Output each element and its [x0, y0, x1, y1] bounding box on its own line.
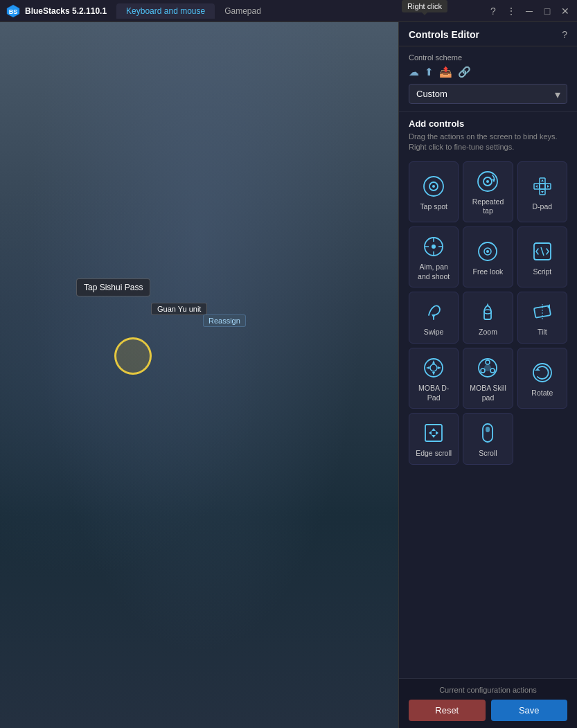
control-zoom[interactable]: Zoom — [463, 292, 513, 344]
svg-marker-15 — [541, 191, 544, 193]
game-background — [0, 22, 398, 728]
edge-scroll-icon — [421, 420, 446, 445]
control-edge-scroll[interactable]: Edge scroll — [409, 413, 459, 465]
panel-title: Controls Editor — [409, 29, 479, 40]
control-moba-skill-pad[interactable]: MOBA Skill pad — [463, 348, 513, 409]
svg-point-4 — [432, 185, 435, 188]
controls-grid: Tap spot Repeated tap — [409, 161, 567, 465]
script-icon — [530, 239, 555, 264]
svg-marker-29 — [432, 314, 436, 318]
scroll-icon — [475, 420, 500, 445]
app-name: BlueStacks 5.2.110.1 — [25, 6, 107, 16]
control-tap-spot[interactable]: Tap spot — [409, 161, 459, 222]
d-pad-icon — [530, 174, 555, 199]
config-actions-text: Current configuration actions — [409, 686, 567, 694]
aim-pan-shoot-label: Aim, pan and shoot — [414, 263, 454, 281]
reset-button[interactable]: Reset — [409, 700, 486, 721]
svg-marker-52 — [436, 431, 438, 435]
bluestacks-logo: BS — [6, 3, 21, 19]
game-area: Tap Sishui Pass Guan Yu unit Reassign — [0, 22, 398, 728]
minimize-button[interactable]: ─ — [523, 5, 535, 17]
moba-skill-pad-icon — [475, 355, 500, 380]
control-free-look[interactable]: Free look — [463, 227, 513, 287]
moba-dpad-icon — [421, 355, 446, 380]
svg-point-44 — [481, 369, 485, 373]
scheme-dropdown[interactable]: Custom — [409, 84, 567, 104]
svg-point-30 — [484, 310, 491, 314]
control-d-pad[interactable]: D-pad — [517, 161, 567, 222]
svg-point-35 — [430, 364, 437, 371]
svg-point-7 — [486, 180, 489, 183]
svg-marker-38 — [426, 366, 429, 369]
unit-label: Guan Yu unit — [151, 303, 207, 315]
zoom-label: Zoom — [479, 328, 497, 337]
swipe-label: Swipe — [424, 328, 444, 337]
scheme-icon-upload[interactable]: ⬆ — [425, 66, 434, 78]
tab-keyboard-mouse[interactable]: Keyboard and mouse — [116, 3, 215, 19]
tap-spot-icon — [421, 174, 446, 199]
save-button[interactable]: Save — [491, 700, 568, 721]
edge-scroll-label: Edge scroll — [416, 449, 452, 459]
control-swipe[interactable]: Swipe — [409, 292, 459, 344]
svg-marker-39 — [438, 366, 441, 369]
scheme-icon-export[interactable]: 📤 — [439, 66, 452, 78]
svg-marker-17 — [547, 185, 549, 188]
control-moba-dpad[interactable]: MOBA D-Pad — [409, 348, 459, 409]
main-layout: Tap Sishui Pass Guan Yu unit Reassign Co… — [0, 22, 577, 728]
help-button[interactable]: ? — [487, 5, 499, 17]
svg-marker-51 — [429, 431, 432, 435]
help-panel-icon[interactable]: ? — [562, 29, 567, 40]
zoom-icon — [475, 299, 500, 324]
rotate-label: Rotate — [531, 389, 553, 398]
panel-header: Controls Editor ? — [399, 22, 577, 46]
add-controls-desc: Drag the actions on the screen to bind k… — [409, 132, 567, 153]
svg-marker-33 — [547, 304, 550, 310]
svg-line-28 — [541, 247, 544, 256]
script-label: Script — [533, 267, 551, 277]
moba-dpad-label: MOBA D-Pad — [414, 384, 454, 402]
free-look-label: Free look — [473, 267, 504, 277]
panel-header-actions: ? — [562, 29, 567, 40]
control-aim-pan-shoot[interactable]: Aim, pan and shoot — [409, 227, 459, 287]
bottom-bar-actions: Reset Save — [409, 700, 567, 721]
reassign-button[interactable]: Reassign — [203, 314, 246, 327]
svg-rect-13 — [540, 184, 545, 189]
svg-point-43 — [490, 369, 495, 373]
control-scroll[interactable]: Scroll — [463, 413, 513, 465]
control-repeated-tap[interactable]: Repeated tap — [463, 161, 513, 222]
svg-point-42 — [486, 360, 490, 364]
d-pad-label: D-pad — [533, 202, 553, 212]
svg-marker-46 — [535, 369, 540, 371]
rotate-icon — [530, 360, 555, 385]
svg-marker-37 — [432, 372, 435, 375]
aim-icon — [421, 234, 446, 259]
window-controls: ? ⋮ ─ □ ✕ — [487, 5, 571, 17]
maximize-button[interactable]: □ — [541, 5, 553, 17]
scheme-label: Control scheme — [409, 53, 567, 62]
tilt-label: Tilt — [538, 328, 547, 337]
scroll-label: Scroll — [479, 449, 497, 459]
svg-marker-16 — [535, 185, 538, 188]
titlebar: BS BlueStacks 5.2.110.1 Keyboard and mou… — [0, 0, 577, 22]
svg-marker-49 — [432, 428, 436, 431]
control-script[interactable]: Script — [517, 227, 567, 287]
game-tooltip: Tap Sishui Pass — [76, 278, 150, 296]
add-controls-title: Add controls — [409, 118, 567, 129]
tap-spot-label: Tap spot — [420, 202, 447, 212]
more-button[interactable]: ⋮ — [505, 5, 517, 17]
free-look-icon — [475, 239, 500, 264]
scheme-icon-share[interactable]: 🔗 — [458, 66, 471, 78]
tab-gamepad[interactable]: Gamepad — [215, 3, 271, 19]
repeated-tap-label: Repeated tap — [468, 197, 508, 216]
svg-marker-36 — [432, 360, 435, 364]
repeated-tap-icon — [475, 169, 500, 194]
selection-circle — [114, 337, 152, 375]
control-tilt[interactable]: Tilt — [517, 292, 567, 344]
add-controls-section: Add controls Drag the actions on the scr… — [399, 112, 577, 678]
close-button[interactable]: ✕ — [559, 5, 571, 17]
scheme-dropdown-wrapper: Custom — [409, 84, 567, 104]
swipe-icon — [421, 299, 446, 324]
scheme-icon-cloud[interactable]: ☁ — [409, 66, 419, 78]
control-rotate[interactable]: Rotate — [517, 348, 567, 409]
svg-point-26 — [486, 250, 489, 253]
